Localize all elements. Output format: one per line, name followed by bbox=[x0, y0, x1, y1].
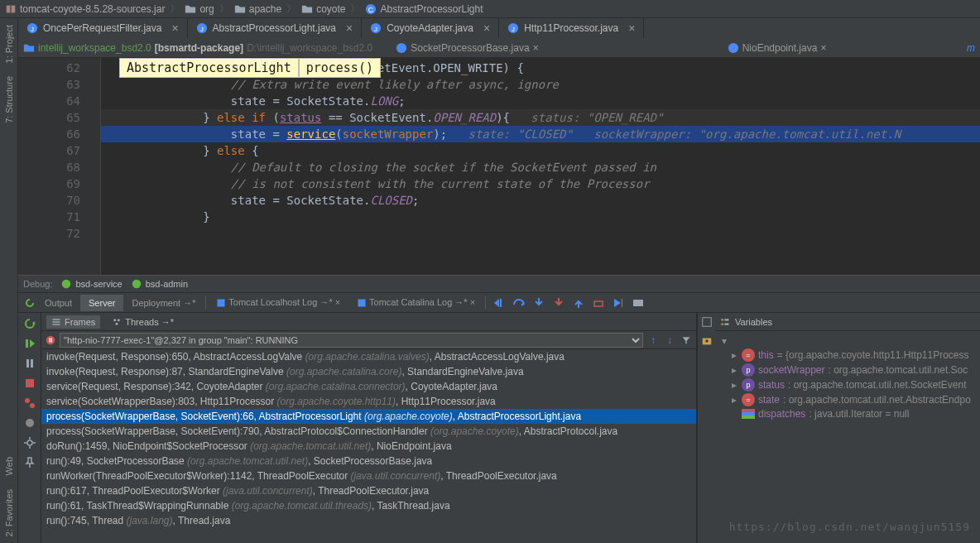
frame-item[interactable]: runWorker(ThreadPoolExecutor$Worker):114… bbox=[41, 469, 696, 483]
frame-item[interactable]: service(SocketWrapperBase):803, Http11Pr… bbox=[41, 394, 696, 409]
jar-crumb[interactable]: tomcat-coyote-8.5.28-sources.jar bbox=[5, 3, 165, 15]
frame-item[interactable]: invoke(Request, Response):87, StandardEn… bbox=[41, 364, 696, 379]
frame-item[interactable]: run():49, SocketProcessorBase (org.apach… bbox=[41, 454, 696, 469]
pkg-crumb-coyote[interactable]: coyote bbox=[301, 3, 345, 15]
svg-text:J: J bbox=[512, 26, 515, 33]
output-tab[interactable]: Output bbox=[36, 295, 80, 311]
close-icon[interactable]: × bbox=[628, 22, 635, 35]
code-editor[interactable]: AbstractProcessorLightprocess() } else i… bbox=[101, 58, 980, 275]
rerun-icon[interactable] bbox=[22, 316, 37, 331]
stop-icon[interactable] bbox=[22, 376, 37, 391]
class-crumb[interactable]: CAbstractProcessorLight bbox=[365, 3, 483, 15]
force-step-into-icon[interactable] bbox=[552, 296, 565, 310]
catalina-log-tab[interactable]: Tomcat Catalina Log →* × bbox=[348, 294, 483, 311]
svg-rect-22 bbox=[26, 339, 28, 348]
restore-layout-icon[interactable] bbox=[701, 316, 713, 330]
editor-tab[interactable]: JCoyoteAdapter.java× bbox=[362, 18, 499, 38]
editor-tab[interactable]: NioEndpoint.java bbox=[742, 42, 818, 54]
svg-text:C: C bbox=[368, 5, 373, 13]
structure-tool-tab[interactable]: 7: Structure bbox=[0, 70, 17, 130]
editor-tab[interactable]: JOncePerRequestFilter.java× bbox=[18, 18, 188, 38]
svg-text:J: J bbox=[374, 26, 377, 33]
view-breakpoints-icon[interactable] bbox=[22, 396, 37, 411]
evaluate-expression-icon[interactable] bbox=[632, 296, 645, 310]
frame-item[interactable]: process(SocketWrapperBase, SocketEvent):… bbox=[41, 409, 696, 424]
thread-select[interactable]: "http-nio-7777-exec-1"@2,327 in group "m… bbox=[60, 333, 643, 348]
code-line: state = SocketState.CLOSED; bbox=[101, 192, 980, 209]
package-name[interactable]: [bsmartd-package] bbox=[155, 42, 243, 54]
archive-icon bbox=[5, 3, 17, 15]
var-row[interactable]: ▸pstatus: org.apache.tomcat.util.net.Soc… bbox=[718, 377, 977, 392]
favorites-tool-tab[interactable]: 2: Favorites bbox=[0, 483, 17, 543]
code-line: // Extra write event likely after async,… bbox=[101, 76, 980, 93]
frame-item[interactable]: doRun():1459, NioEndpoint$SocketProcesso… bbox=[41, 439, 696, 454]
mute-breakpoints-icon[interactable] bbox=[22, 416, 37, 430]
frame-item[interactable]: run():745, Thread (java.lang), Thread.ja… bbox=[41, 513, 696, 528]
var-row[interactable]: ▸=state: org.apache.tomcat.util.net.Abst… bbox=[718, 392, 977, 407]
step-out-icon[interactable] bbox=[572, 296, 585, 310]
threads-tab[interactable]: Threads →* bbox=[107, 315, 179, 329]
svg-rect-31 bbox=[53, 321, 60, 323]
svg-point-13 bbox=[728, 42, 738, 52]
pin-icon[interactable] bbox=[22, 455, 37, 470]
frame-item[interactable]: process(SocketWrapperBase, SocketEvent):… bbox=[41, 424, 696, 439]
var-row[interactable]: ▸psocketWrapper: org.apache.tomcat.util.… bbox=[718, 363, 977, 377]
svg-point-12 bbox=[396, 42, 406, 52]
close-icon[interactable]: × bbox=[171, 22, 178, 35]
frame-item[interactable]: invoke(Request, Response):650, AbstractA… bbox=[41, 349, 696, 364]
code-line-current: state = service(socketWrapper); state: "… bbox=[101, 126, 980, 142]
show-execution-point-icon[interactable] bbox=[492, 296, 506, 310]
step-over-icon[interactable] bbox=[512, 296, 526, 310]
editor-tab[interactable]: SocketProcessorBase.java bbox=[411, 42, 529, 54]
screenshot-icon[interactable] bbox=[701, 335, 713, 349]
editor-tab[interactable]: JAbstractProcessorLight.java× bbox=[188, 18, 363, 38]
debug-config[interactable]: bsd-service bbox=[60, 278, 122, 290]
frame-item[interactable]: run():61, TaskThread$WrappingRunnable (o… bbox=[41, 498, 696, 513]
localhost-log-tab[interactable]: Tomcat Localhost Log →* × bbox=[208, 294, 348, 311]
var-row[interactable]: ▸=this = {org.apache.coyote.http11.Http1… bbox=[718, 348, 977, 363]
svg-rect-16 bbox=[218, 300, 225, 307]
svg-point-36 bbox=[46, 335, 55, 344]
project-tool-tab[interactable]: 1: Project bbox=[0, 18, 17, 70]
frames-icon bbox=[51, 317, 61, 327]
close-icon[interactable]: × bbox=[346, 22, 353, 35]
server-tab[interactable]: Server bbox=[80, 295, 123, 311]
code-line: } else { bbox=[101, 142, 980, 159]
prev-frame-icon[interactable]: ↑ bbox=[646, 334, 660, 347]
code-line: state = SocketState.LONG; bbox=[101, 93, 980, 109]
pause-icon[interactable] bbox=[22, 356, 37, 371]
variables-tree[interactable]: ▾▸=this = {org.apache.coyote.http11.Http… bbox=[715, 331, 980, 543]
frame-item[interactable]: run():617, ThreadPoolExecutor$Worker (ja… bbox=[41, 483, 696, 498]
debug-label: Debug: bbox=[23, 279, 52, 289]
tomcat-icon bbox=[131, 278, 142, 290]
settings-icon[interactable] bbox=[22, 435, 37, 450]
close-icon[interactable]: × bbox=[483, 22, 490, 35]
deployment-tab[interactable]: Deployment →* bbox=[123, 295, 204, 311]
step-into-icon[interactable] bbox=[532, 296, 545, 310]
var-row[interactable]: dispatches: java.util.Iterator = null bbox=[718, 407, 977, 420]
var-root[interactable]: ▾ bbox=[718, 334, 977, 348]
frames-tab[interactable]: Frames bbox=[46, 315, 100, 329]
gutter[interactable]: 6263646566676869707172 bbox=[18, 58, 101, 275]
svg-rect-21 bbox=[633, 300, 643, 306]
debug-config[interactable]: bsd-admin bbox=[131, 278, 188, 290]
editor-tab[interactable]: JHttp11Processor.java× bbox=[499, 18, 644, 38]
drop-frame-icon[interactable] bbox=[592, 296, 605, 310]
restart-icon[interactable] bbox=[23, 296, 36, 310]
close-icon[interactable]: × bbox=[820, 42, 826, 54]
pkg-crumb-apache[interactable]: apache bbox=[234, 3, 281, 15]
pkg-crumb-org[interactable]: org bbox=[185, 3, 214, 15]
filter-icon[interactable] bbox=[680, 334, 693, 347]
resume-icon[interactable] bbox=[22, 336, 37, 351]
frame-item[interactable]: service(Request, Response):342, CoyoteAd… bbox=[41, 379, 696, 394]
close-icon[interactable]: × bbox=[533, 42, 539, 54]
debug-side-toolbar bbox=[18, 313, 41, 543]
frame-list[interactable]: invoke(Request, Response):650, AbstractA… bbox=[41, 349, 696, 543]
next-frame-icon[interactable]: ↓ bbox=[663, 334, 676, 347]
svg-point-33 bbox=[114, 319, 117, 321]
svg-rect-25 bbox=[26, 379, 34, 387]
web-tool-tab[interactable]: Web bbox=[0, 450, 17, 482]
run-to-cursor-icon[interactable] bbox=[612, 296, 625, 310]
workspace-name[interactable]: intellij_workspace_bsd2.0 bbox=[38, 42, 151, 54]
svg-point-15 bbox=[132, 280, 141, 289]
